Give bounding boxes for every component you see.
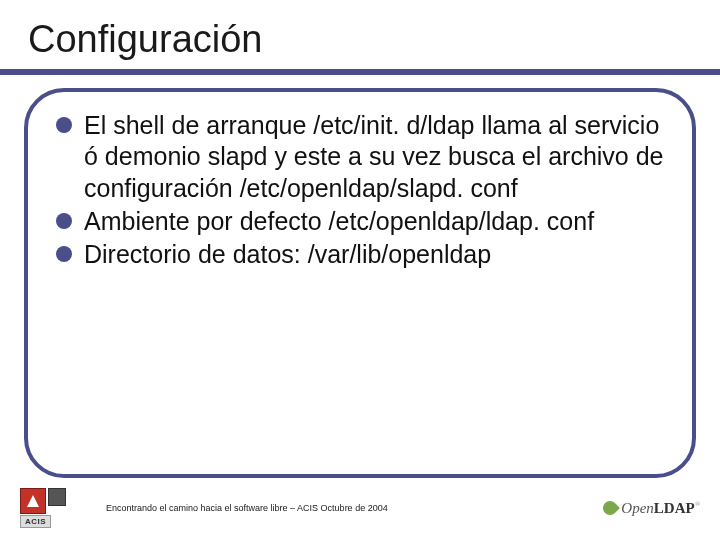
title-underline bbox=[0, 69, 720, 75]
content-frame: El shell de arranque /etc/init. d/ldap l… bbox=[24, 88, 696, 478]
bullet-text: Directorio de datos: /var/lib/openldap bbox=[84, 240, 491, 268]
list-item: Ambiente por defecto /etc/openldap/ldap.… bbox=[56, 206, 664, 237]
list-item: El shell de arranque /etc/init. d/ldap l… bbox=[56, 110, 664, 204]
bullet-list: El shell de arranque /etc/init. d/ldap l… bbox=[56, 110, 664, 270]
acis-label: ACIS bbox=[20, 515, 51, 528]
page-title: Configuración bbox=[28, 18, 720, 61]
triangle-icon bbox=[25, 493, 41, 509]
svg-marker-0 bbox=[27, 495, 39, 507]
openldap-open: Open bbox=[621, 500, 654, 516]
list-item: Directorio de datos: /var/lib/openldap bbox=[56, 239, 664, 270]
title-area: Configuración bbox=[0, 0, 720, 61]
acis-logo-stack: ACIS bbox=[20, 488, 66, 528]
footer: ACIS Encontrando el camino hacia el soft… bbox=[0, 482, 720, 540]
acis-icon-secondary bbox=[48, 488, 66, 506]
openldap-logo: OpenLDAP® bbox=[601, 499, 700, 517]
slide: Configuración El shell de arranque /etc/… bbox=[0, 0, 720, 540]
openldap-ldap: LDAP bbox=[654, 500, 695, 516]
bullet-text: Ambiente por defecto /etc/openldap/ldap.… bbox=[84, 207, 594, 235]
footer-text: Encontrando el camino hacia el software … bbox=[106, 503, 601, 513]
trademark-icon: ® bbox=[695, 500, 700, 508]
bullet-text: El shell de arranque /etc/init. d/ldap l… bbox=[84, 111, 664, 202]
openldap-text: OpenLDAP® bbox=[621, 500, 700, 517]
acis-icon bbox=[20, 488, 46, 514]
acis-logo: ACIS bbox=[20, 488, 66, 528]
leaf-icon bbox=[601, 499, 619, 517]
